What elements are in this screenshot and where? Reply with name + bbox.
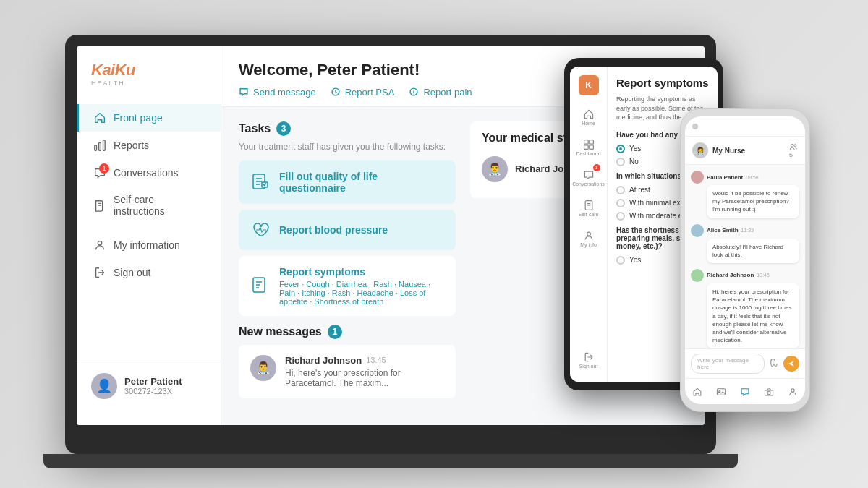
tablet-nav-signout[interactable]: Sign out — [576, 347, 602, 373]
phone-frame-container: 👩‍⚕️ My Nurse 5 — [680, 87, 810, 412]
message-time: 13:45 — [366, 356, 386, 364]
messages-badge: 1 — [328, 325, 342, 339]
report-psa-action[interactable]: Report PSA — [331, 87, 395, 98]
svg-rect-2 — [103, 140, 106, 150]
alice-message: Absolutely! I'll have Richard look at th… — [707, 239, 799, 263]
svg-point-13 — [791, 144, 793, 147]
message-icon — [239, 87, 249, 97]
message-item[interactable]: 👨‍⚕️ Richard Johnson 13:45 Hi, here's yo… — [239, 345, 456, 398]
radio-minimal[interactable] — [616, 199, 625, 207]
conversations-badge: 1 — [99, 163, 109, 174]
sidebar-label-conversations: Conversations — [114, 167, 179, 179]
paula-message: Would it be possible to renew my Paracet… — [707, 185, 799, 218]
send-icon — [788, 360, 795, 367]
tablet-user-icon — [583, 230, 595, 241]
radio-q3-yes[interactable] — [616, 256, 625, 265]
phone-nav-image[interactable] — [716, 387, 726, 397]
svg-point-12 — [587, 232, 590, 236]
paula-time: 09:58 — [746, 175, 759, 180]
tablet-nav-dashboard[interactable]: Dashboard — [576, 134, 602, 160]
svg-rect-7 — [584, 140, 588, 145]
symptoms-icon — [250, 275, 271, 296]
richard-time: 13:45 — [757, 273, 770, 278]
tasks-section: Tasks 3 Your treatment staff has given y… — [239, 121, 456, 316]
sidebar-item-sign-out[interactable]: Sign out — [77, 259, 221, 286]
sidebar-item-my-information[interactable]: My information — [77, 231, 221, 259]
phone-screen: 👩‍⚕️ My Nurse 5 — [685, 116, 805, 404]
tablet-nav-conversations[interactable]: 1 Conversations — [576, 165, 602, 191]
task-item-questionnaire[interactable]: Fill out quality of life questionnaire — [239, 160, 456, 204]
tasks-section-title: Tasks 3 — [239, 121, 456, 136]
svg-point-3 — [98, 241, 101, 244]
sidebar-item-front-page[interactable]: Front page — [77, 104, 221, 132]
radio-yes[interactable] — [616, 145, 625, 153]
svg-rect-0 — [95, 145, 97, 150]
task-item-blood-pressure[interactable]: Report blood pressure — [239, 210, 456, 250]
chat-text-input[interactable]: Write your message here — [691, 354, 765, 374]
sidebar-item-conversations[interactable]: 1 Conversations — [77, 159, 221, 187]
chat-message-2: Alice Smith 11:33 Absolutely! I'll have … — [691, 224, 799, 263]
user-name: Peter Patient — [124, 376, 182, 387]
message-text: Hi, here's your prescription for Paracet… — [285, 368, 444, 388]
phone-nav-chat[interactable] — [740, 387, 750, 397]
sidebar-item-self-care[interactable]: Self-care instructions — [77, 187, 221, 224]
phone-topbar — [685, 116, 805, 137]
tasks-subtitle: Your treatment staff has given you the f… — [239, 142, 456, 152]
tablet-dashboard-icon — [583, 139, 595, 150]
tablet-conversations-badge: 1 — [593, 164, 600, 171]
send-message-action[interactable]: Send message — [239, 87, 316, 98]
chat-messages: Paula Patient 09:58 Would it be possible… — [685, 165, 805, 348]
phone-nav-camera[interactable] — [764, 387, 774, 397]
chat-members-count: 5 — [789, 142, 798, 158]
attachment-btn[interactable] — [769, 359, 779, 369]
svg-point-17 — [767, 391, 770, 394]
tablet-logo: K — [579, 75, 599, 95]
tablet-nav-home[interactable]: Home — [576, 104, 602, 130]
logo: KaiKu — [91, 61, 206, 80]
svg-point-14 — [794, 145, 796, 147]
task-label-blood-pressure: Report blood pressure — [279, 224, 388, 236]
chat-message-1: Paula Patient 09:58 Would it be possible… — [691, 171, 799, 218]
tablet-nav-myinfo[interactable]: My info — [576, 226, 602, 252]
tablet-nav-self-care[interactable]: Self-care — [576, 195, 602, 221]
logo-area: KaiKu HEALTH — [77, 61, 221, 104]
phone-home-icon — [692, 387, 702, 397]
richard-message: Hi, here's your prescription for Paracet… — [707, 283, 799, 348]
svg-rect-10 — [589, 145, 593, 150]
radio-no[interactable] — [616, 158, 625, 166]
radio-moderate[interactable] — [616, 212, 625, 221]
report-pain-action[interactable]: Report pain — [409, 87, 472, 98]
sidebar-label-my-information: My information — [114, 239, 180, 251]
home-icon — [93, 111, 106, 124]
book-icon — [93, 199, 106, 212]
user-id: 300272-123X — [124, 387, 182, 395]
user-icon — [93, 239, 106, 252]
messages-section: New messages 1 👨‍⚕️ Richard Johnson — [239, 325, 456, 398]
alice-name: Alice Smith — [707, 227, 739, 234]
phone-chat-name: My Nurse — [712, 147, 745, 155]
radio-at-rest[interactable] — [616, 186, 625, 194]
pain-icon — [409, 87, 419, 97]
paula-avatar — [691, 171, 704, 184]
phone-frame: 👩‍⚕️ My Nurse 5 — [680, 108, 810, 412]
task-label-symptoms: Report symptoms — [279, 266, 444, 278]
message-sender-avatar: 👨‍⚕️ — [250, 355, 276, 381]
svg-point-18 — [791, 388, 794, 391]
user-area: 👤 Peter Patient 300272-123X — [77, 361, 221, 411]
sidebar-label-reports: Reports — [114, 140, 149, 151]
svg-rect-9 — [584, 145, 588, 150]
signout-icon — [93, 266, 106, 279]
sidebar-item-reports[interactable]: Reports — [77, 132, 221, 159]
tablet-book-icon — [583, 200, 595, 211]
tablet-signout-icon — [583, 351, 595, 363]
send-button[interactable] — [783, 356, 799, 372]
phone-nav-profile[interactable] — [788, 387, 798, 397]
phone-image-icon — [716, 387, 726, 397]
phone-nav-home[interactable] — [692, 387, 702, 397]
phone-back-btn[interactable] — [692, 124, 698, 129]
sidebar: KaiKu HEALTH Front page Rep — [77, 46, 221, 425]
svg-rect-15 — [717, 388, 725, 394]
chart-icon — [93, 139, 106, 152]
tablet-sidebar: K Home Dashboard 1 Conversations — [570, 67, 608, 382]
task-item-symptoms[interactable]: Report symptoms Fever · Cough · Diarrhea… — [239, 256, 456, 316]
